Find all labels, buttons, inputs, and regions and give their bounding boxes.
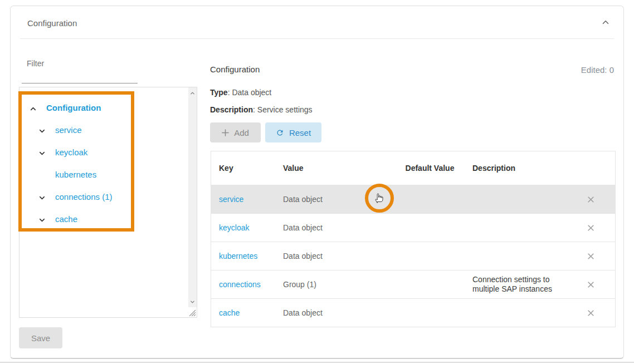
tree-item-keycloak[interactable]: keycloak bbox=[19, 142, 175, 164]
configuration-panel: Configuration Filter Configuration servi… bbox=[10, 6, 624, 359]
chevron-up-icon[interactable] bbox=[28, 104, 37, 113]
table-row-kubernetes[interactable]: kubernetes Data object bbox=[211, 242, 615, 270]
filter-label: Filter bbox=[27, 59, 138, 68]
edited-count: Edited: 0 bbox=[581, 65, 614, 75]
key-link[interactable]: service bbox=[211, 195, 275, 204]
plus-icon bbox=[222, 129, 229, 136]
table-header-row: Key Value Default Value Description bbox=[211, 151, 615, 185]
description-label: Description bbox=[210, 105, 253, 114]
tree-item-label[interactable]: service bbox=[55, 125, 82, 135]
key-link[interactable]: keycloak bbox=[211, 223, 275, 232]
value-cell: Group (1) bbox=[275, 280, 395, 289]
header-divider bbox=[20, 38, 614, 39]
refresh-icon bbox=[276, 129, 284, 137]
save-button[interactable]: Save bbox=[19, 327, 62, 348]
tree-item-configuration[interactable]: Configuration bbox=[19, 97, 175, 120]
reset-button-label: Reset bbox=[289, 128, 311, 137]
configuration-tree-panel[interactable]: Configuration service keycloak kubernete… bbox=[19, 87, 197, 318]
tree-item-label[interactable]: keycloak bbox=[55, 147, 87, 157]
key-link[interactable]: connections bbox=[211, 280, 275, 289]
tree-item-label[interactable]: connections (1) bbox=[55, 192, 113, 201]
value-cell: Data object bbox=[275, 308, 395, 317]
key-link[interactable]: cache bbox=[211, 308, 275, 317]
delete-row-button[interactable] bbox=[565, 242, 616, 270]
chevron-down-icon[interactable] bbox=[37, 215, 46, 224]
x-icon bbox=[586, 280, 596, 289]
x-icon bbox=[586, 308, 596, 318]
x-icon bbox=[586, 223, 596, 233]
add-button[interactable]: Add bbox=[210, 122, 261, 142]
type-label: Type bbox=[210, 88, 228, 97]
table-row-service[interactable]: service Data object bbox=[211, 185, 615, 213]
tree-item-cache[interactable]: cache bbox=[19, 209, 175, 231]
table-row-cache[interactable]: cache Data object bbox=[211, 298, 615, 327]
value-cell: Data object bbox=[275, 223, 395, 232]
filter-input[interactable] bbox=[22, 68, 138, 83]
collapse-panel-button[interactable] bbox=[600, 17, 611, 28]
tree-item-label[interactable]: kubernetes bbox=[55, 170, 96, 179]
delete-row-button[interactable] bbox=[565, 214, 616, 242]
tree-item-service[interactable]: service bbox=[19, 120, 175, 142]
column-header-key: Key bbox=[211, 164, 275, 173]
value-cell: Data object bbox=[275, 252, 395, 260]
detail-title: Configuration bbox=[210, 65, 260, 74]
column-header-default-value: Default Value bbox=[395, 164, 465, 173]
tree-item-label[interactable]: cache bbox=[55, 214, 77, 224]
add-button-label: Add bbox=[234, 128, 249, 137]
chevron-down-icon[interactable] bbox=[37, 149, 46, 158]
reset-button[interactable]: Reset bbox=[265, 122, 321, 142]
scroll-up-icon[interactable] bbox=[188, 88, 197, 97]
table-row-connections[interactable]: connections Group (1) Connection setting… bbox=[211, 270, 615, 298]
description-line: Description: Service settings bbox=[210, 105, 313, 114]
delete-row-button[interactable] bbox=[565, 185, 616, 213]
scroll-down-icon[interactable] bbox=[188, 297, 197, 306]
chevron-down-icon[interactable] bbox=[37, 193, 46, 202]
tree-item-connections[interactable]: connections (1) bbox=[19, 186, 175, 209]
filter-field: Filter bbox=[22, 59, 138, 83]
description-value: : Service settings bbox=[253, 105, 313, 114]
panel-title: Configuration bbox=[27, 18, 77, 28]
column-header-description: Description bbox=[465, 164, 565, 173]
type-value: : Data object bbox=[228, 88, 272, 97]
configuration-table: Key Value Default Value Description serv… bbox=[211, 151, 616, 327]
tree-scrollbar[interactable] bbox=[188, 87, 197, 307]
tree-item-kubernetes[interactable]: kubernetes bbox=[19, 164, 175, 186]
table-row-keycloak[interactable]: keycloak Data object bbox=[211, 213, 615, 242]
delete-row-button[interactable] bbox=[565, 299, 616, 327]
tree-item-label[interactable]: Configuration bbox=[46, 103, 101, 112]
chevron-up-icon bbox=[601, 17, 611, 29]
x-icon bbox=[586, 252, 596, 261]
page-bottom-divider bbox=[0, 362, 634, 363]
column-header-value: Value bbox=[275, 164, 395, 173]
key-link[interactable]: kubernetes bbox=[211, 252, 275, 260]
chevron-down-icon[interactable] bbox=[37, 126, 46, 135]
delete-row-button[interactable] bbox=[565, 270, 616, 298]
x-icon bbox=[586, 195, 596, 204]
type-line: Type: Data object bbox=[210, 88, 271, 97]
value-cell: Data object bbox=[275, 195, 395, 204]
description-cell: Connection settings to multiple SAP inst… bbox=[465, 275, 565, 294]
resize-grip-icon[interactable] bbox=[188, 308, 196, 317]
